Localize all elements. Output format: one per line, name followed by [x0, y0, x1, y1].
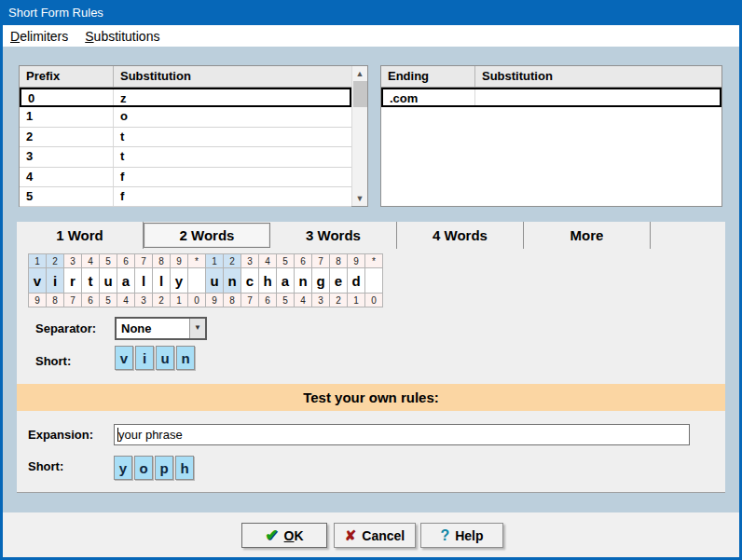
prefix-substitution-table[interactable]: ▲ ▼ PrefixSubstitution0z1o2t3t4f5f — [19, 65, 368, 207]
grid-number-cell: 5 — [277, 294, 295, 307]
title-bar[interactable]: Short Form Rules — [0, 0, 742, 25]
help-button[interactable]: ? Help — [420, 523, 503, 548]
table-body: 0z1o2t3t4f5f — [20, 88, 351, 207]
table-cell: 1 — [20, 107, 114, 126]
table-row[interactable]: 2t — [20, 128, 351, 147]
menu-substitutions[interactable]: Substitutions — [85, 29, 159, 44]
separator-label: Separator: — [35, 321, 96, 335]
grid-number-cell: 8 — [153, 254, 171, 268]
column-header: Substitution — [114, 66, 351, 87]
grid-number-cell: 3 — [135, 294, 153, 307]
grid-letter-cell: n — [295, 268, 312, 294]
short-letter-tile: y — [114, 456, 132, 480]
grid-letter-cell: i — [47, 268, 64, 294]
table-row[interactable]: 4f — [20, 168, 351, 187]
table-cell: t — [114, 147, 351, 166]
grid-letter-cell: n — [224, 268, 241, 294]
grid-number-cell: 6 — [259, 294, 277, 307]
table-cell: 4 — [20, 168, 114, 186]
grid-number-cell: 8 — [47, 294, 64, 307]
tab-more[interactable]: More — [524, 222, 651, 249]
grid-letter-cell: r — [64, 268, 82, 294]
column-header: Substitution — [475, 66, 721, 87]
short-preview-label: Short: — [35, 354, 71, 368]
grid-number-cell: * — [188, 254, 206, 268]
table-header-row: PrefixSubstitution — [20, 66, 367, 88]
table-cell — [475, 89, 720, 105]
table-cell: .com — [383, 89, 475, 105]
button-bar: ✔ OK ✘ Cancel ? Help — [3, 512, 739, 557]
grid-number-cell: 2 — [47, 254, 64, 268]
short-form-rules-dialog: Short Form Rules DelimitersSubstitutions… — [0, 0, 742, 560]
table-row[interactable]: .com — [381, 88, 721, 107]
ending-substitution-table[interactable]: EndingSubstitution.com — [380, 65, 722, 207]
grid-letter-cell: c — [241, 268, 259, 294]
expansion-label: Expansion: — [28, 428, 93, 442]
chevron-down-icon[interactable]: ▼ — [189, 319, 205, 338]
table-cell: 0 — [21, 89, 114, 105]
table-cell: 2 — [20, 128, 114, 146]
tab-1-word[interactable]: 1 Word — [17, 222, 144, 249]
grid-number-cell: 1 — [206, 254, 224, 268]
scroll-down-icon[interactable]: ▼ — [352, 191, 368, 206]
short-letter-tile: u — [156, 346, 174, 370]
grid-letter-cell: a — [277, 268, 295, 294]
scroll-up-icon[interactable]: ▲ — [352, 66, 368, 81]
phrase-letter-grid: 123456789*123456789*virtuallyunchanged98… — [28, 253, 383, 307]
table-cell: o — [114, 107, 351, 126]
grid-number-cell: 4 — [259, 254, 277, 268]
short-letter-tile: n — [176, 346, 195, 370]
test-short-result: yoph — [114, 456, 194, 480]
grid-number-cell: 5 — [277, 254, 295, 268]
short-letter-tile: p — [155, 456, 173, 480]
grid-number-cell: 8 — [330, 254, 348, 268]
grid-number-cell: 4 — [295, 294, 312, 307]
tab-3-words[interactable]: 3 Words — [270, 222, 397, 249]
scrollbar-thumb[interactable] — [353, 81, 367, 107]
table-scrollbar[interactable]: ▲ ▼ — [351, 66, 367, 206]
grid-number-cell: 5 — [100, 254, 117, 268]
grid-number-cell: * — [365, 254, 383, 268]
grid-number-cell: 2 — [330, 294, 348, 307]
grid-number-cell: 0 — [365, 294, 383, 307]
expansion-input[interactable]: your phrase — [114, 424, 690, 445]
separator-dropdown[interactable]: None ▼ — [115, 317, 207, 340]
ok-button[interactable]: ✔ OK — [241, 523, 327, 548]
grid-number-cell: 1 — [171, 294, 188, 307]
column-header: Ending — [381, 66, 475, 87]
table-header-row: EndingSubstitution — [381, 66, 721, 88]
table-row[interactable]: 3t — [20, 147, 351, 167]
short-letter-tile: h — [175, 456, 194, 480]
grid-letter-cell: v — [29, 268, 47, 294]
scrollbar-track[interactable] — [352, 81, 368, 191]
short-form-preview: viun — [115, 346, 195, 370]
table-body: .com — [381, 88, 721, 206]
grid-number-cell: 6 — [295, 254, 312, 268]
tab-4-words[interactable]: 4 Words — [397, 222, 524, 249]
grid-number-cell: 9 — [348, 254, 365, 268]
grid-number-cell: 3 — [312, 294, 330, 307]
grid-letter-cell: u — [206, 268, 224, 294]
table-cell: 5 — [20, 187, 114, 206]
grid-letter-cell: l — [135, 268, 153, 294]
menu-bar: DelimitersSubstitutions — [3, 25, 739, 47]
word-count-tabs: 1 Word2 Words3 Words4 WordsMore — [17, 222, 725, 249]
grid-letter-cell: y — [171, 268, 188, 294]
tab-2-words[interactable]: 2 Words — [144, 223, 270, 248]
column-header: Prefix — [20, 66, 114, 87]
grid-number-cell: 9 — [206, 294, 224, 307]
grid-letter-cell: l — [153, 268, 171, 294]
table-row[interactable]: 1o — [20, 107, 351, 127]
grid-number-cell: 8 — [224, 294, 241, 307]
table-row[interactable]: 0z — [20, 88, 351, 107]
cancel-button[interactable]: ✘ Cancel — [334, 523, 416, 548]
grid-letter-cell: g — [312, 268, 330, 294]
table-row[interactable]: 5f — [20, 187, 351, 207]
grid-number-cell: 7 — [312, 254, 330, 268]
window-border-left — [0, 0, 3, 560]
grid-letter-cell: u — [100, 268, 117, 294]
table-cell: f — [114, 168, 351, 186]
tab-strip-filler — [651, 222, 725, 249]
grid-number-cell: 4 — [117, 294, 135, 307]
menu-delimiters[interactable]: Delimiters — [10, 29, 68, 44]
